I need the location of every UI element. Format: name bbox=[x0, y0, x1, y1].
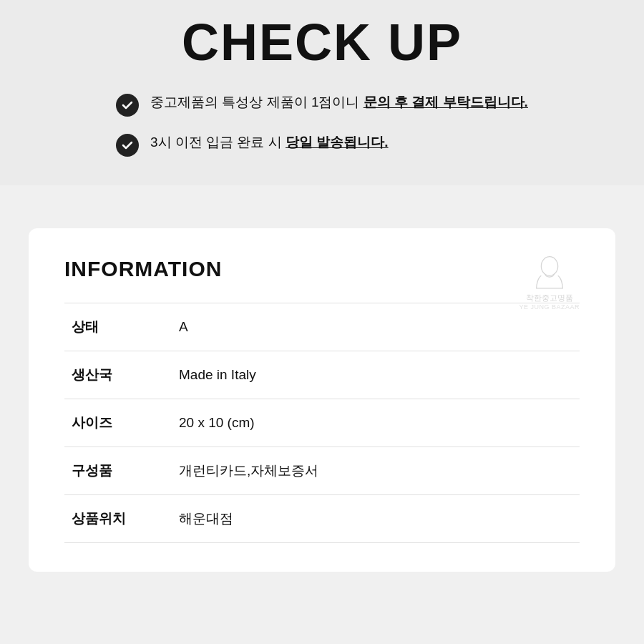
row-value-1: Made in Italy bbox=[157, 351, 580, 399]
check-item-2: 3시 이전 입금 완료 시 당일 발송됩니다. bbox=[116, 132, 528, 157]
checklist: 중고제품의 특성상 제품이 1점이니 문의 후 결제 부탁드립니다. 3시 이전… bbox=[116, 92, 528, 157]
row-label-1: 생산국 bbox=[64, 351, 157, 399]
check-text-1: 중고제품의 특성상 제품이 1점이니 문의 후 결제 부탁드립니다. bbox=[150, 92, 528, 113]
row-value-2: 20 x 10 (cm) bbox=[157, 399, 580, 447]
table-row: 사이즈 20 x 10 (cm) bbox=[64, 399, 580, 447]
table-row: 상품위치 해운대점 bbox=[64, 495, 580, 543]
check-text-2: 3시 이전 입금 완료 시 당일 발송됩니다. bbox=[150, 132, 389, 153]
row-label-3: 구성품 bbox=[64, 447, 157, 495]
info-card: INFORMATION 착한중고명품 YE JUNG BAZAAR 상태 A 생… bbox=[29, 228, 615, 572]
watermark-text-1: 착한중고명품 bbox=[519, 293, 580, 303]
row-value-0: A bbox=[157, 303, 580, 351]
table-row: 생산국 Made in Italy bbox=[64, 351, 580, 399]
info-table: 상태 A 생산국 Made in Italy 사이즈 20 x 10 (cm) … bbox=[64, 303, 580, 543]
watermark-text-2: YE JUNG BAZAAR bbox=[519, 303, 580, 311]
row-label-4: 상품위치 bbox=[64, 495, 157, 543]
table-row: 구성품 개런티카드,자체보증서 bbox=[64, 447, 580, 495]
page-title: CHECK UP bbox=[29, 14, 615, 71]
checkmark-icon-2 bbox=[116, 134, 139, 157]
table-row: 상태 A bbox=[64, 303, 580, 351]
watermark: 착한중고명품 YE JUNG BAZAAR bbox=[519, 255, 580, 311]
watermark-logo bbox=[532, 255, 567, 291]
check-item-1: 중고제품의 특성상 제품이 1점이니 문의 후 결제 부탁드립니다. bbox=[116, 92, 528, 117]
checkmark-icon-1 bbox=[116, 94, 139, 117]
row-value-4: 해운대점 bbox=[157, 495, 580, 543]
svg-point-0 bbox=[541, 257, 557, 276]
check-text-2-bold: 당일 발송됩니다. bbox=[286, 135, 389, 150]
top-section: CHECK UP 중고제품의 특성상 제품이 1점이니 문의 후 결제 부탁드립… bbox=[0, 0, 644, 185]
row-label-2: 사이즈 bbox=[64, 399, 157, 447]
info-title: INFORMATION bbox=[64, 257, 580, 281]
middle-gap bbox=[0, 185, 644, 228]
check-text-1-bold: 문의 후 결제 부탁드립니다. bbox=[364, 94, 528, 109]
row-label-0: 상태 bbox=[64, 303, 157, 351]
row-value-3: 개런티카드,자체보증서 bbox=[157, 447, 580, 495]
